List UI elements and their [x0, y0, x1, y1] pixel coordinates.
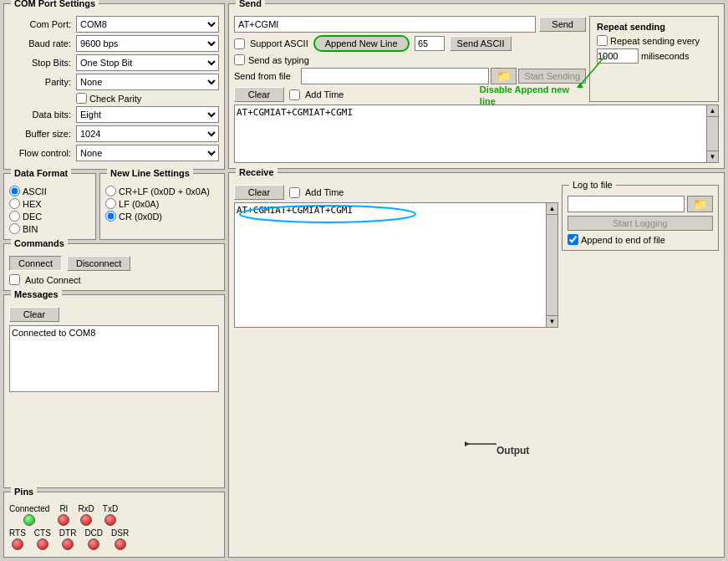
- pin-connected-led: [23, 514, 35, 526]
- auto-connect-label: Auto Connect: [25, 275, 81, 285]
- data-format-dec[interactable]: [9, 211, 20, 222]
- auto-connect-checkbox[interactable]: [9, 274, 20, 285]
- receive-scroll-down[interactable]: ▼: [547, 315, 557, 327]
- data-bits-label: Data bits:: [9, 110, 76, 120]
- flow-control-select[interactable]: None: [76, 145, 219, 161]
- receive-add-time-checkbox[interactable]: [289, 187, 300, 198]
- pin-rxd-led: [80, 514, 92, 526]
- com-port-select[interactable]: COM8: [76, 16, 219, 33]
- flow-control-label: Flow control:: [9, 148, 76, 158]
- support-ascii-checkbox[interactable]: [234, 38, 245, 49]
- messages-textarea[interactable]: Connected to COM8: [9, 325, 219, 392]
- support-ascii-label: Support ASCII: [250, 38, 308, 48]
- messages-clear-button[interactable]: Clear: [9, 307, 59, 322]
- buffer-size-label: Buffer size:: [9, 129, 76, 139]
- pin-ri: RI: [58, 504, 69, 526]
- send-scroll-up[interactable]: ▲: [707, 105, 718, 117]
- pin-dcd-led: [88, 538, 99, 550]
- send-as-typing-label: Send as typing: [248, 55, 309, 65]
- send-textarea[interactable]: AT+CGMIAT+CGMIAT+CGMI: [234, 105, 707, 163]
- repeat-interval-unit: miliseconds: [641, 51, 689, 61]
- send-from-file-label: Send from file: [234, 71, 291, 81]
- data-format-hex[interactable]: [9, 198, 20, 209]
- disconnect-button[interactable]: Disconnect: [67, 256, 130, 271]
- receive-box: Receive Clear Add Time AT+CGMIAT+CGMIAT+…: [228, 172, 725, 558]
- receive-text-container: AT+CGMIAT+CGMIAT+CGMI ▲ ▼: [234, 202, 558, 328]
- com-port-settings: COM Port Settings Com Port: COM8 Baud ra…: [3, 3, 225, 170]
- receive-scroll-thumb: [547, 215, 557, 315]
- disable-append-annotation: Disable Append newline: [480, 84, 569, 108]
- pin-cts-led: [37, 538, 48, 550]
- data-bits-select[interactable]: Eight: [76, 106, 219, 123]
- pins-box: Pins Connected RI RxD TxD: [3, 492, 225, 558]
- data-format-title: Data Format: [11, 168, 71, 178]
- append-new-line-button[interactable]: Append New Line: [313, 35, 410, 52]
- send-ascii-button[interactable]: Send ASCII: [450, 36, 512, 51]
- send-button[interactable]: Send: [539, 17, 586, 32]
- send-input[interactable]: AT+CGMI: [234, 16, 536, 33]
- new-line-crlf[interactable]: [105, 186, 116, 196]
- pins-title: Pins: [11, 487, 37, 497]
- receive-add-time-label: Add Time: [305, 187, 344, 197]
- send-clear-button[interactable]: Clear: [234, 87, 284, 102]
- parity-select[interactable]: None: [76, 74, 219, 90]
- messages-box: Messages Clear Connected to COM8: [3, 294, 225, 488]
- parity-label: Parity:: [9, 77, 76, 87]
- commands-box: Commands Connect Disconnect Auto Connect: [3, 243, 225, 291]
- pin-rts-led: [12, 538, 23, 550]
- add-time-checkbox[interactable]: [289, 89, 300, 100]
- send-box: Send AT+CGMI Send Support ASCII Append N…: [228, 3, 725, 169]
- log-browse-button[interactable]: 📁: [687, 196, 713, 212]
- log-file-path[interactable]: [568, 196, 685, 212]
- new-line-settings-box: New Line Settings CR+LF (0x0D + 0x0A) LF…: [99, 173, 225, 240]
- baud-rate-select[interactable]: 9600 bps: [76, 35, 219, 52]
- new-line-crlf-label: CR+LF (0x0D + 0x0A): [119, 186, 210, 196]
- com-port-label: Com Port:: [9, 19, 76, 29]
- new-line-lf[interactable]: [105, 198, 116, 209]
- pin-connected: Connected: [9, 504, 49, 526]
- data-format-dec-label: DEC: [23, 212, 42, 222]
- receive-scroll-up[interactable]: ▲: [547, 203, 557, 215]
- send-as-typing-checkbox[interactable]: [234, 54, 245, 65]
- data-format-ascii-label: ASCII: [23, 186, 47, 196]
- pin-rts: RTS: [9, 528, 26, 550]
- append-to-file-checkbox[interactable]: [568, 234, 578, 245]
- pin-dtr: DTR: [59, 528, 77, 550]
- pin-txd: TxD: [103, 504, 118, 526]
- send-text-container: AT+CGMIAT+CGMIAT+CGMI ▲ ▼: [234, 105, 719, 163]
- pin-ri-led: [58, 514, 69, 526]
- data-format-box: Data Format ASCII HEX DEC: [3, 173, 96, 240]
- add-time-label: Add Time: [305, 89, 344, 99]
- start-logging-button[interactable]: Start Logging: [568, 216, 713, 231]
- repeat-interval-input[interactable]: 1000: [597, 48, 639, 64]
- browse-button[interactable]: 📁: [491, 68, 517, 84]
- com-port-title: COM Port Settings: [11, 0, 99, 8]
- send-title: Send: [236, 0, 265, 8]
- send-scroll-down[interactable]: ▼: [707, 150, 718, 162]
- data-format-bin[interactable]: [9, 223, 20, 234]
- receive-textarea[interactable]: AT+CGMIAT+CGMIAT+CGMI: [234, 202, 547, 328]
- check-parity-checkbox[interactable]: [76, 93, 87, 104]
- buffer-size-select[interactable]: 1024: [76, 125, 219, 142]
- connect-button[interactable]: Connect: [9, 256, 62, 271]
- stop-bits-select[interactable]: One Stop Bit: [76, 54, 219, 71]
- new-line-title: New Line Settings: [107, 168, 193, 178]
- new-line-cr[interactable]: [105, 211, 116, 222]
- receive-scrollbar: ▲ ▼: [547, 202, 558, 328]
- output-label: Output: [496, 445, 529, 456]
- pin-rxd: RxD: [78, 504, 94, 526]
- start-sending-button[interactable]: Start Sending: [518, 69, 586, 84]
- receive-title: Receive: [236, 167, 277, 177]
- data-format-ascii[interactable]: [9, 186, 20, 196]
- new-line-lf-label: LF (0x0A): [119, 199, 159, 209]
- data-format-hex-label: HEX: [23, 199, 42, 209]
- messages-title: Messages: [11, 289, 62, 299]
- repeat-sending-checkbox[interactable]: [597, 35, 608, 46]
- append-to-file-label: Append to end of file: [581, 235, 665, 245]
- baud-rate-label: Baud rate:: [9, 38, 76, 48]
- receive-clear-button[interactable]: Clear: [234, 185, 284, 200]
- num-input[interactable]: 65: [415, 36, 445, 51]
- svg-marker-4: [465, 441, 470, 446]
- pin-txd-led: [104, 514, 116, 526]
- file-path-input[interactable]: [301, 68, 489, 84]
